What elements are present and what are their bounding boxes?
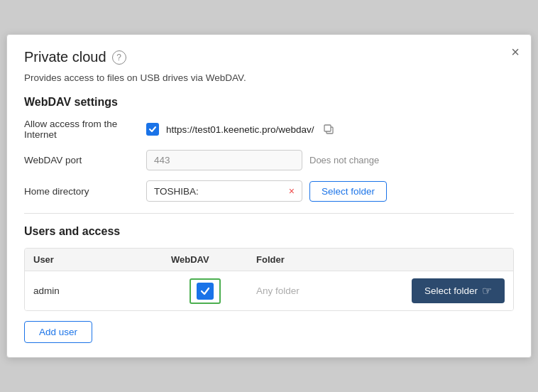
description-text: Provides access to files on USB drives v… bbox=[24, 72, 514, 83]
home-directory-row: Home directory TOSHIBA: × Select folder bbox=[24, 180, 514, 202]
copy-icon[interactable] bbox=[322, 122, 336, 136]
home-dir-label: Home directory bbox=[24, 186, 138, 197]
col-folder-header: Folder bbox=[248, 249, 385, 271]
help-icon[interactable]: ? bbox=[112, 50, 126, 65]
webdav-url: https://test01.keenetic.pro/webdav/ bbox=[166, 124, 314, 135]
home-dir-current-value: TOSHIBA: bbox=[154, 186, 199, 197]
folder-value: Any folder bbox=[256, 285, 300, 296]
cell-webdav bbox=[163, 274, 248, 308]
webdav-port-row: WebDAV port Does not change bbox=[24, 150, 514, 170]
webdav-settings-section: WebDAV settings Allow access from the In… bbox=[24, 96, 514, 202]
home-dir-select-folder-button[interactable]: Select folder bbox=[309, 181, 387, 202]
home-dir-field[interactable]: TOSHIBA: × bbox=[146, 180, 302, 202]
select-folder-wrapper: Select folder ☞ bbox=[394, 278, 505, 303]
webdav-outlined-box bbox=[190, 278, 221, 304]
add-user-button[interactable]: Add user bbox=[24, 321, 92, 343]
cell-action: Select folder ☞ bbox=[385, 271, 513, 310]
cell-user: admin bbox=[25, 278, 163, 303]
users-table: User WebDAV Folder admin bbox=[24, 248, 514, 311]
port-hint: Does not change bbox=[309, 155, 379, 165]
home-dir-clear-icon[interactable]: × bbox=[289, 185, 295, 197]
users-access-section: Users and access User WebDAV Folder admi… bbox=[24, 225, 514, 343]
webdav-checkbox[interactable] bbox=[197, 283, 214, 300]
allow-access-value: https://test01.keenetic.pro/webdav/ bbox=[146, 122, 514, 136]
allow-access-label: Allow access from the Internet bbox=[24, 119, 138, 140]
port-value-wrapper: Does not change bbox=[146, 150, 514, 170]
port-input[interactable] bbox=[146, 150, 302, 170]
close-button[interactable]: × bbox=[511, 45, 520, 59]
col-action-header bbox=[385, 249, 513, 271]
users-section-title: Users and access bbox=[24, 225, 514, 238]
svg-rect-1 bbox=[324, 125, 331, 131]
table-row: admin Any folder bbox=[25, 271, 513, 310]
col-user-header: User bbox=[25, 249, 163, 271]
select-folder-label: Select folder bbox=[424, 285, 478, 296]
table-header: User WebDAV Folder bbox=[25, 249, 513, 271]
cursor-hand-icon: ☞ bbox=[482, 284, 492, 298]
col-webdav-header: WebDAV bbox=[163, 249, 248, 271]
user-name: admin bbox=[33, 285, 60, 296]
select-folder-button[interactable]: Select folder ☞ bbox=[412, 278, 505, 303]
allow-access-checkbox[interactable] bbox=[146, 123, 159, 136]
cell-folder: Any folder bbox=[248, 278, 385, 303]
allow-access-row: Allow access from the Internet https://t… bbox=[24, 119, 514, 140]
home-dir-value-wrapper: TOSHIBA: × Select folder bbox=[146, 180, 514, 202]
private-cloud-dialog: × Private cloud ? Provides access to fil… bbox=[6, 34, 532, 358]
dialog-title: Private cloud ? bbox=[24, 49, 514, 65]
port-label: WebDAV port bbox=[24, 155, 138, 165]
webdav-section-title: WebDAV settings bbox=[24, 96, 514, 109]
title-text: Private cloud bbox=[24, 49, 106, 65]
section-divider bbox=[24, 213, 514, 214]
